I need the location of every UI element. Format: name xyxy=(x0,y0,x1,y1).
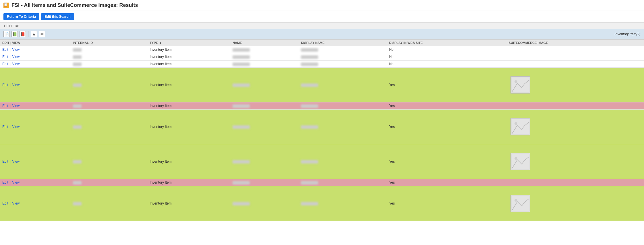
suitecommerce-image-cell xyxy=(506,102,644,110)
edit-view-cell: Edit | View xyxy=(0,102,71,110)
edit-link[interactable]: Edit xyxy=(2,62,8,66)
col-edit-view: EDIT | VIEW xyxy=(0,40,71,46)
view-link[interactable]: View xyxy=(12,201,20,205)
internal-id-cell: 000 xyxy=(71,144,148,179)
suitecommerce-image-cell xyxy=(506,186,644,221)
thumbnail-graphic xyxy=(512,119,529,134)
type-cell: Inventory Item xyxy=(148,46,231,53)
print-icon[interactable]: 🖨 xyxy=(31,31,37,37)
type-cell: Inventory Item xyxy=(148,144,231,179)
display-in-website-cell: No xyxy=(387,61,506,68)
display-in-website-cell: Yes xyxy=(387,102,506,110)
internal-id-value: 000 xyxy=(73,125,82,129)
display-in-website-cell: No xyxy=(387,46,506,53)
thumbnail-graphic xyxy=(512,154,529,169)
name-value: ######## xyxy=(233,104,250,108)
internal-id-cell: 000 xyxy=(71,61,148,68)
link-separator: | xyxy=(9,104,12,108)
display-in-website-cell: No xyxy=(387,53,506,61)
app-icon: 📋 xyxy=(3,3,9,8)
table-row: Edit | View000Inventory Item############… xyxy=(0,179,644,186)
table-row: Edit | View000Inventory Item############… xyxy=(0,144,644,179)
display-name-cell: ######## xyxy=(299,68,387,102)
export-excel-icon[interactable]: 📗 xyxy=(11,31,18,37)
internal-id-cell: 000 xyxy=(71,110,148,144)
internal-id-value: 000 xyxy=(73,181,82,184)
display-name-cell: ######## xyxy=(299,144,387,179)
display-in-website-cell: Yes xyxy=(387,144,506,179)
internal-id-value: 000 xyxy=(73,202,82,205)
svg-point-7 xyxy=(515,199,517,202)
edit-link[interactable]: Edit xyxy=(2,201,8,205)
image-thumbnail xyxy=(510,195,530,212)
internal-id-cell: 000 xyxy=(71,68,148,102)
display-name-value: ######## xyxy=(301,83,318,87)
edit-link[interactable]: Edit xyxy=(2,55,8,59)
internal-id-value: 000 xyxy=(73,83,82,87)
view-link[interactable]: View xyxy=(12,55,20,59)
edit-link[interactable]: Edit xyxy=(2,48,8,52)
svg-point-1 xyxy=(515,80,517,83)
export-pdf-icon[interactable]: 📕 xyxy=(20,31,26,37)
edit-link[interactable]: Edit xyxy=(2,83,8,87)
view-link[interactable]: View xyxy=(12,180,20,184)
svg-point-5 xyxy=(515,157,517,160)
internal-id-cell: 000 xyxy=(71,186,148,221)
table-row: Edit | View000Inventory Item############… xyxy=(0,61,644,68)
thumbnail-graphic xyxy=(512,77,529,92)
name-cell: ######## xyxy=(230,144,299,179)
image-thumbnail xyxy=(510,76,530,94)
image-thumbnail-container xyxy=(509,193,532,213)
filters-plus-icon: + xyxy=(3,24,5,28)
view-link[interactable]: View xyxy=(12,48,20,52)
display-name-cell: ######## xyxy=(299,61,387,68)
edit-link[interactable]: Edit xyxy=(2,180,8,184)
name-cell: ######## xyxy=(230,110,299,144)
suitecommerce-image-cell xyxy=(506,110,644,144)
filters-bar: + FILTERS xyxy=(0,23,644,29)
name-cell: ######## xyxy=(230,53,299,61)
name-cell: ######## xyxy=(230,102,299,110)
type-cell: Inventory Item xyxy=(148,102,231,110)
view-link[interactable]: View xyxy=(12,83,20,87)
copy-icon[interactable]: 📄 xyxy=(3,31,10,37)
image-thumbnail-container xyxy=(509,151,532,172)
col-internal-id: INTERNAL ID xyxy=(71,40,148,46)
edit-this-search-button[interactable]: Edit this Search xyxy=(41,13,74,20)
name-value: ######## xyxy=(233,125,250,129)
view-link[interactable]: View xyxy=(12,160,20,164)
internal-id-cell: 000 xyxy=(71,102,148,110)
view-link[interactable]: View xyxy=(12,104,20,108)
type-cell: Inventory Item xyxy=(148,53,231,61)
filters-label: FILTERS xyxy=(6,24,19,28)
edit-view-cell: Edit | View xyxy=(0,110,71,144)
display-name-value: ######## xyxy=(301,160,318,164)
return-to-criteria-button[interactable]: Return To Criteria xyxy=(3,13,39,20)
display-name-cell: ######## xyxy=(299,46,387,53)
table-row: Edit | View000Inventory Item############… xyxy=(0,53,644,61)
edit-view-cell: Edit | View xyxy=(0,61,71,68)
table-row: Edit | View000Inventory Item############… xyxy=(0,68,644,102)
edit-view-cell: Edit | View xyxy=(0,68,71,102)
display-name-value: ######## xyxy=(301,55,318,59)
suitecommerce-image-cell xyxy=(506,53,644,61)
view-link[interactable]: View xyxy=(12,62,20,66)
display-name-value: ######## xyxy=(301,181,318,184)
edit-link[interactable]: Edit xyxy=(2,160,8,164)
table-row: Edit | View000Inventory Item############… xyxy=(0,102,644,110)
suitecommerce-image-cell xyxy=(506,144,644,179)
edit-view-cell: Edit | View xyxy=(0,179,71,186)
edit-link[interactable]: Edit xyxy=(2,125,8,129)
col-type: TYPE ▲ xyxy=(148,40,231,46)
display-name-cell: ######## xyxy=(299,179,387,186)
view-link[interactable]: View xyxy=(12,125,20,129)
svg-rect-4 xyxy=(512,154,529,169)
email-icon[interactable]: ✉ xyxy=(39,31,45,37)
link-separator: | xyxy=(9,201,12,205)
page-title: FSI - All Items and SuiteCommerce Images… xyxy=(11,2,138,8)
table-row: Edit | View000Inventory Item############… xyxy=(0,46,644,53)
edit-link[interactable]: Edit xyxy=(2,104,8,108)
type-cell: Inventory Item xyxy=(148,110,231,144)
name-cell: ######## xyxy=(230,46,299,53)
svg-rect-2 xyxy=(512,119,529,134)
